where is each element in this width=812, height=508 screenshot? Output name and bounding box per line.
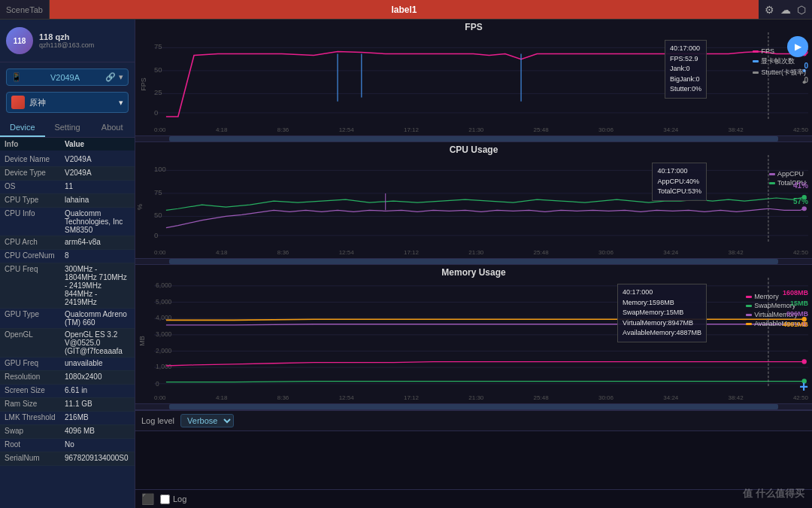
info-key: CPU Arch [5, 238, 65, 248]
x-tick: 0:00 [154, 249, 166, 256]
x-tick: 42:50 [793, 126, 808, 133]
memory-y-label: MB [138, 336, 146, 346]
info-col-value: Value [65, 140, 84, 148]
x-tick: 42:50 [793, 394, 808, 401]
x-tick: 0:00 [154, 394, 166, 401]
log-level-select[interactable]: Verbose [180, 414, 234, 427]
memory-legend-mem-label: Memory [754, 293, 779, 300]
cloud-icon[interactable]: ☁ [780, 4, 791, 16]
fps-legend-stutter: Stutter(卡顿率) [753, 68, 806, 78]
app-selector[interactable]: 原神 ▾ [6, 92, 129, 113]
charts-area: FPS FPS 75 50 25 0 [135, 20, 812, 508]
memory-legend-swap-dot [746, 305, 752, 307]
info-key: LMK Threshold [5, 413, 65, 423]
cpu-title: CPU Usage [135, 142, 812, 155]
info-val: 300MHz - 1804MHz 710MHz - 2419MHz 844MHz… [65, 265, 130, 306]
x-tick: 30:06 [598, 249, 614, 256]
table-row: Ram Size11.1 GB [0, 398, 135, 412]
svg-text:0: 0 [154, 109, 158, 117]
info-key: Swap [5, 427, 65, 437]
tab-about[interactable]: About [89, 119, 135, 137]
x-tick: 8:36 [277, 394, 289, 401]
app-chevron-icon[interactable]: ▾ [119, 98, 123, 108]
info-key: Resolution [5, 373, 65, 382]
label-bar: label1 [50, 0, 759, 19]
cpu-legend-totalcpu-dot [769, 182, 775, 184]
info-val: 11.1 GB [65, 400, 92, 409]
memory-end-values: 1608MB 15MB 896MB 4861MB [783, 289, 808, 328]
cpu-x-axis: 0:004:188:3612:5417:1221:3025:4830:0634:… [154, 247, 808, 258]
x-tick: 4:18 [216, 394, 228, 401]
log-label: Log [173, 494, 186, 503]
svg-text:3,000: 3,000 [156, 330, 171, 338]
x-tick: 8:36 [277, 249, 289, 256]
info-val: lahaina [65, 196, 89, 205]
cpu-y-label: % [136, 204, 144, 210]
log-checkbox-label[interactable]: Log [160, 494, 186, 504]
fps-chart-body: FPS 75 50 25 0 [135, 32, 812, 135]
x-tick: 12:54 [339, 126, 354, 133]
svg-point-42 [802, 360, 807, 364]
x-tick: 38:42 [729, 249, 744, 256]
table-row: OS11 [0, 181, 135, 194]
info-key: SerialNum [5, 454, 65, 464]
wifi-icon: 📱 [11, 72, 22, 82]
avatar: 118 [6, 27, 33, 54]
fps-scrollbar-thumb[interactable] [169, 136, 778, 141]
x-tick: 42:50 [793, 249, 808, 256]
cpu-chart-body: % 100 75 50 0 [135, 155, 812, 258]
x-tick: 30:06 [598, 394, 614, 401]
log-footer-icon[interactable]: ⬛ [141, 493, 154, 505]
table-row: CPU Freq300MHz - 1804MHz 710MHz - 2419MH… [0, 263, 135, 309]
tab-setting[interactable]: Setting [45, 119, 90, 137]
svg-text:25: 25 [154, 90, 162, 97]
fps-val2: 0 [804, 62, 808, 70]
table-row: OpenGLOpenGL ES 3.2 V@0525.0 (GIT@f7fcea… [0, 329, 135, 357]
info-val: No [65, 440, 74, 450]
log-checkbox[interactable] [160, 494, 170, 504]
info-col-info: Info [5, 140, 65, 148]
device-name: V2049A [50, 73, 80, 82]
app-icon [11, 96, 25, 109]
memory-scrollbar[interactable] [135, 403, 812, 409]
link-icon: 🔗 [105, 72, 116, 82]
scene-tab[interactable]: SceneTab [0, 0, 50, 19]
svg-text:0: 0 [156, 380, 159, 388]
play-button[interactable]: ▶ [787, 36, 808, 57]
user-info: 118 qzh qzh118@163.com [39, 32, 94, 49]
fps-legend-fps-label: FPS [761, 47, 774, 55]
cpu-scrollbar[interactable] [135, 258, 812, 264]
cpu-scrollbar-thumb[interactable] [169, 259, 778, 264]
settings-icon[interactable]: ⚙ [765, 4, 774, 16]
cpu-val2: 57% [793, 197, 808, 205]
table-row: GPU TypeQualcomm Adreno (TM) 660 [0, 309, 135, 329]
memory-chart: Memory Usage MB 6,000 5,000 4,000 [135, 265, 812, 410]
x-tick: 21:30 [468, 394, 483, 401]
app-name: 原神 [29, 97, 46, 108]
info-key: GPU Freq [5, 359, 65, 369]
user-section: 118 118 qzh qzh118@163.com [0, 20, 135, 62]
tab-device[interactable]: Device [0, 119, 45, 137]
info-val: unavailable [65, 359, 103, 369]
hexagon-icon[interactable]: ⬡ [797, 4, 806, 16]
fps-scrollbar[interactable] [135, 135, 812, 141]
device-selector[interactable]: 📱 V2049A 🔗 ▾ [6, 68, 129, 86]
info-key: GPU Type [5, 310, 65, 327]
svg-text:50: 50 [154, 212, 162, 220]
x-tick: 0:00 [154, 126, 166, 133]
fps-legend-frames-dot [753, 60, 759, 62]
svg-text:2,000: 2,000 [156, 347, 171, 354]
mem-val1: 1608MB [783, 289, 808, 297]
x-tick: 25:48 [534, 126, 549, 133]
memory-scrollbar-thumb[interactable] [169, 404, 778, 409]
chevron-icon[interactable]: ▾ [119, 72, 123, 82]
svg-point-26 [802, 206, 807, 211]
table-row: LMK Threshold216MB [0, 412, 135, 425]
info-val: 216MB [65, 413, 89, 423]
table-row: Device NameV2049A [0, 154, 135, 167]
info-key: OS [5, 182, 65, 192]
info-key: Screen Size [5, 386, 65, 396]
x-tick: 25:48 [534, 394, 549, 401]
username: 118 qzh [39, 32, 94, 41]
info-header: Info Value [0, 138, 135, 151]
